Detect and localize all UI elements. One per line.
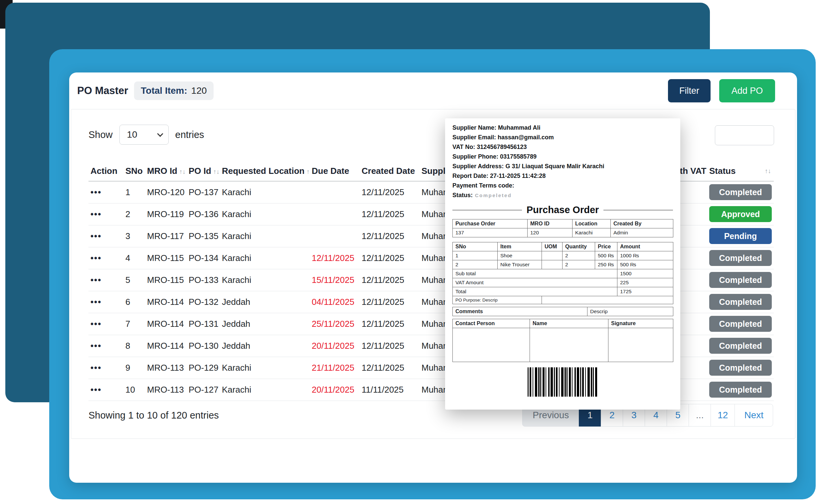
row-actions-button[interactable]: •••	[90, 319, 101, 329]
cell-created-date: 12/11/2025	[359, 203, 420, 225]
cell-mro-id: MRO-114	[145, 313, 187, 335]
cell-sno: 10	[123, 379, 145, 401]
cell-due-date: 21/11/2025	[310, 357, 359, 379]
items-header: UOM	[542, 242, 563, 251]
cell-due-date	[310, 181, 359, 203]
pagination-ellipsis: ...	[689, 404, 711, 427]
show-label: Show	[88, 129, 113, 140]
row-actions-button[interactable]: •••	[90, 253, 101, 263]
status-badge: Completed	[709, 250, 772, 266]
po-items-body: SNoItemUOMQuantityPriceAmount1Shoe2500 ₨…	[453, 242, 673, 304]
pagination-page-12[interactable]: 12	[711, 404, 735, 427]
add-po-button[interactable]: Add PO	[719, 79, 775, 102]
cell-mro-id: MRO-119	[145, 203, 187, 225]
entries-label: entries	[175, 129, 204, 140]
header-mro-id[interactable]: MRO Id↑↓	[145, 163, 187, 181]
signature-header: Signature	[609, 319, 673, 328]
items-header: Price	[595, 242, 617, 251]
cell-created-date: 12/11/2025	[359, 225, 420, 247]
status-badge: Completed	[709, 338, 772, 354]
comments-label: Comments	[453, 307, 588, 316]
items-cell: 2	[563, 260, 595, 269]
sort-icon: ↑↓	[179, 168, 186, 175]
header-requested-location[interactable]: Requested Location↑↓	[220, 163, 310, 181]
row-actions-button[interactable]: •••	[90, 363, 101, 373]
header-due-date[interactable]: Due Date	[310, 163, 359, 181]
header-po-id[interactable]: PO Id↑↓	[187, 163, 220, 181]
header-action[interactable]: Action	[88, 163, 123, 181]
row-actions-button[interactable]: •••	[90, 231, 101, 241]
items-summary-label: VAT Amount	[453, 278, 617, 287]
cell-sno: 2	[123, 203, 145, 225]
items-cell: 500 ₨	[617, 260, 673, 269]
card-header: PO Master Total Item: 120 Filter Add PO	[69, 72, 797, 109]
po-signature-table: Contact Person Name Signature	[453, 319, 673, 362]
header-status[interactable]: Status↑↓	[707, 163, 774, 181]
show-entries-control: Show 10 entries	[88, 125, 204, 145]
cell-po-id: PO-129	[187, 357, 220, 379]
po-info-line: Supplier Phone: 03175585789	[453, 152, 673, 162]
page-length-select[interactable]: 10	[119, 125, 169, 145]
items-cell	[542, 251, 563, 260]
row-actions-button[interactable]: •••	[90, 297, 101, 307]
po-purpose-cell: PO Purpose: Descrip	[453, 296, 542, 304]
cell-requested-location: Karachi	[220, 269, 310, 291]
cell-requested-location: Karachi	[220, 181, 310, 203]
items-cell: Shoe	[498, 251, 542, 260]
items-cell: Nike Trouser	[498, 260, 542, 269]
heading-rule-left	[453, 210, 522, 210]
pagination-next[interactable]: Next	[735, 404, 773, 427]
page-length-value: 10	[127, 129, 137, 140]
cell-po-id: PO-127	[187, 379, 220, 401]
cell-po-id: PO-137	[187, 181, 220, 203]
cell-sno: 1	[123, 181, 145, 203]
header-sno[interactable]: SNo	[123, 163, 145, 181]
cell-po-id: PO-130	[187, 335, 220, 357]
items-header: Quantity	[563, 242, 595, 251]
po-heading: Purchase Order	[453, 204, 673, 215]
items-summary-value: 225	[617, 278, 673, 287]
po-info-line: Status: Compeleted	[453, 190, 673, 200]
row-actions-button[interactable]: •••	[90, 341, 101, 351]
status-badge: Approved	[709, 206, 772, 222]
po-info-line: Payment Terms code:	[453, 181, 673, 190]
po-barcode	[528, 367, 598, 397]
search-input[interactable]	[715, 125, 774, 145]
page-title: PO Master	[77, 85, 128, 97]
cell-requested-location: Jeddah	[220, 313, 310, 335]
filter-button[interactable]: Filter	[668, 79, 711, 102]
row-actions-button[interactable]: •••	[90, 187, 101, 197]
row-actions-button[interactable]: •••	[90, 209, 101, 219]
cell-created-date: 12/11/2025	[359, 357, 420, 379]
items-cell: 2	[563, 251, 595, 260]
cell-due-date: 20/11/2025	[310, 379, 359, 401]
items-header: SNo	[453, 242, 498, 251]
items-cell	[542, 260, 563, 269]
cell-po-id: PO-132	[187, 291, 220, 313]
showing-entries-text: Showing 1 to 10 of 120 entries	[88, 410, 219, 421]
status-badge: Completed	[709, 316, 772, 332]
row-actions-button[interactable]: •••	[90, 275, 101, 285]
cell-due-date: 15/11/2025	[310, 269, 359, 291]
cell-due-date: 20/11/2025	[310, 335, 359, 357]
total-item-badge: Total Item: 120	[134, 81, 213, 100]
cell-mro-id: MRO-120	[145, 181, 187, 203]
sort-icon: ↑↓	[213, 168, 219, 175]
cell-created-date: 12/11/2025	[359, 269, 420, 291]
row-actions-button[interactable]: •••	[90, 385, 101, 395]
cell-mro-id: MRO-114	[145, 291, 187, 313]
cell-po-id: PO-133	[187, 269, 220, 291]
status-badge: Completed	[709, 382, 772, 398]
cell-sno: 4	[123, 247, 145, 269]
items-summary-label: Sub total	[453, 269, 617, 278]
po-info-line: Supplier Email: hassan@gmail.com	[453, 133, 673, 142]
po-info-line: Supplier Address: G 31/ Liaquat Square M…	[453, 162, 673, 171]
order-header: Created By	[611, 219, 673, 228]
cell-mro-id: MRO-113	[145, 379, 187, 401]
header-created-date[interactable]: Created Date	[359, 163, 420, 181]
po-info-line: Report Date: 27-11-2025 11:42:28	[453, 171, 673, 181]
signature-cell-signature	[609, 328, 673, 362]
items-cell: 250 ₨	[595, 260, 617, 269]
cell-mro-id: MRO-115	[145, 247, 187, 269]
cell-due-date	[310, 225, 359, 247]
